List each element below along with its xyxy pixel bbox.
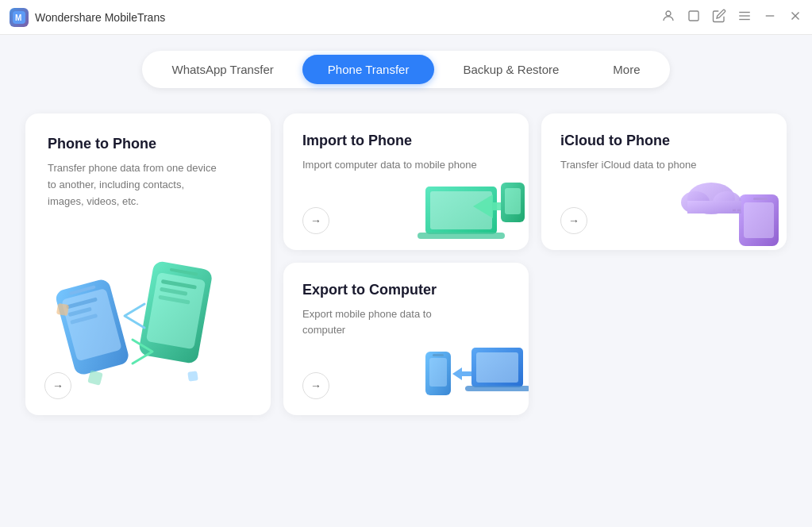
card-phone-to-phone-arrow[interactable]: → bbox=[44, 372, 71, 399]
app-title: Wondershare MobileTrans bbox=[35, 11, 165, 24]
edit-icon[interactable] bbox=[712, 9, 726, 26]
svg-rect-42 bbox=[465, 386, 529, 391]
svg-rect-41 bbox=[476, 352, 518, 383]
svg-rect-23 bbox=[187, 371, 198, 382]
card-phone-to-phone-desc: Transfer phone data from one device to a… bbox=[48, 160, 222, 210]
card-icloud-title: iCloud to Phone bbox=[560, 133, 768, 149]
account-icon[interactable] bbox=[661, 9, 675, 26]
main-content: Phone to Phone Transfer phone data from … bbox=[0, 101, 812, 434]
close-icon[interactable] bbox=[788, 9, 802, 26]
card-export-to-computer[interactable]: Export to Computer Export mobile phone d… bbox=[283, 263, 529, 415]
card-export-title: Export to Computer bbox=[302, 282, 510, 298]
svg-rect-3 bbox=[689, 11, 698, 21]
svg-rect-29 bbox=[505, 188, 521, 214]
phone-phone-illustration bbox=[49, 240, 224, 383]
card-phone-to-phone-title: Phone to Phone bbox=[48, 136, 248, 152]
window-icon[interactable] bbox=[687, 9, 701, 26]
svg-rect-27 bbox=[418, 233, 505, 239]
card-import-to-phone[interactable]: Import to Phone Import computer data to … bbox=[283, 113, 529, 250]
card-import-arrow[interactable]: → bbox=[302, 207, 329, 234]
titlebar-controls bbox=[661, 9, 802, 26]
svg-rect-39 bbox=[433, 354, 444, 356]
svg-rect-36 bbox=[687, 201, 741, 213]
svg-rect-31 bbox=[744, 202, 774, 238]
icloud-illustration bbox=[675, 163, 779, 242]
nav-tabs: WhatsApp Transfer Phone Transfer Backup … bbox=[142, 51, 669, 88]
tab-phone[interactable]: Phone Transfer bbox=[302, 55, 435, 84]
card-icloud-to-phone[interactable]: iCloud to Phone Transfer iCloud data to … bbox=[541, 113, 787, 250]
card-import-title: Import to Phone bbox=[302, 133, 510, 149]
import-illustration bbox=[418, 163, 521, 242]
export-illustration bbox=[418, 328, 521, 407]
titlebar: M Wondershare MobileTrans bbox=[0, 0, 812, 35]
svg-text:M: M bbox=[15, 13, 21, 22]
tab-whatsapp[interactable]: WhatsApp Transfer bbox=[146, 55, 298, 84]
card-icloud-arrow[interactable]: → bbox=[560, 207, 587, 234]
svg-rect-32 bbox=[753, 198, 768, 200]
nav-area: WhatsApp Transfer Phone Transfer Backup … bbox=[0, 35, 812, 101]
app-icon: M bbox=[10, 8, 29, 27]
svg-rect-22 bbox=[56, 303, 69, 316]
svg-point-2 bbox=[666, 11, 671, 16]
svg-rect-38 bbox=[429, 358, 447, 387]
card-export-arrow[interactable]: → bbox=[302, 372, 329, 399]
tab-more[interactable]: More bbox=[587, 55, 665, 84]
menu-icon[interactable] bbox=[737, 9, 752, 26]
tab-backup[interactable]: Backup & Restore bbox=[437, 55, 584, 84]
titlebar-left: M Wondershare MobileTrans bbox=[10, 8, 165, 27]
minimize-icon[interactable] bbox=[763, 9, 777, 26]
card-phone-to-phone[interactable]: Phone to Phone Transfer phone data from … bbox=[25, 113, 271, 415]
